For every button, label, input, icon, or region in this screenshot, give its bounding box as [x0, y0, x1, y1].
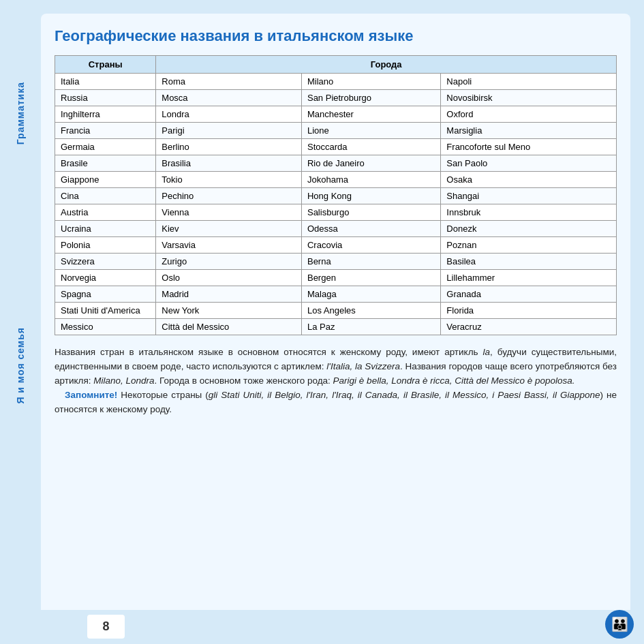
table-cell: Mosca	[156, 90, 302, 106]
table-row: MessicoCittà del MessicoLa PazVeracruz	[55, 319, 617, 335]
page-container: Грамматика Я и моя семья Географические …	[0, 0, 644, 644]
remember-italic: gli Stati Uniti, il Belgio, l'Iran, l'Ir…	[209, 390, 600, 400]
table-cell: Pechino	[156, 188, 302, 204]
table-cell: Messico	[55, 319, 156, 335]
table-cell: Tokio	[156, 172, 302, 188]
table-cell: Stati Uniti d'America	[55, 303, 156, 319]
sidebar-label-family: Я и моя семья	[15, 327, 26, 404]
table-cell: Milano	[301, 74, 440, 90]
remember-bold: Запомните!	[65, 390, 117, 400]
table-row: FranciaParigiLioneMarsiglia	[55, 123, 617, 139]
table-cell: Cracovia	[301, 237, 440, 254]
table-cell: Parigi	[156, 123, 302, 139]
table-row: AustriaViennaSalisburgoInnsbruk	[55, 204, 617, 221]
table-cell: Los Angeles	[301, 303, 440, 319]
table-cell: Shangai	[441, 188, 617, 204]
remember-text-1: Некоторые страны (	[117, 390, 208, 400]
bottom-bar: 8 👪	[41, 610, 644, 644]
header-cities: Города	[156, 56, 617, 74]
note-text-4: . Города в основном тоже женского рода:	[155, 375, 333, 386]
table-cell: Florida	[441, 303, 617, 319]
table-cell: Cina	[55, 188, 156, 204]
table-row: SvizzeraZurigoBernaBasilea	[55, 254, 617, 270]
table-cell: Brasilia	[156, 155, 302, 172]
table-cell: Veracruz	[441, 319, 617, 335]
table-cell: Berlino	[156, 139, 302, 155]
main-content: Географические названия в итальянском яз…	[41, 14, 630, 630]
note-italic-1: la	[483, 347, 491, 357]
page-title: Географические названия в итальянском яз…	[55, 27, 617, 45]
table-cell: Malaga	[301, 286, 440, 303]
table-cell: Rio de Janeiro	[301, 155, 440, 172]
table-cell: Spagna	[55, 286, 156, 303]
table-cell: Londra	[156, 106, 302, 123]
sidebar-label-grammar: Грамматика	[15, 82, 26, 144]
table-cell: Giappone	[55, 172, 156, 188]
table-row: CinaPechinoHong KongShangai	[55, 188, 617, 204]
table-cell: Manchester	[301, 106, 440, 123]
table-cell: Francoforte sul Meno	[441, 139, 617, 155]
people-icon: 👪	[611, 616, 628, 632]
table-row: Stati Uniti d'AmericaNew YorkLos Angeles…	[55, 303, 617, 319]
table-cell: Russia	[55, 90, 156, 106]
table-row: ItaliaRomaMilanoNapoli	[55, 74, 617, 90]
table-cell: Vienna	[156, 204, 302, 221]
table-cell: Napoli	[441, 74, 617, 90]
table-cell: Innsbruk	[441, 204, 617, 221]
table-cell: Italia	[55, 74, 156, 90]
table-row: RussiaMoscaSan PietroburgoNovosibirsk	[55, 90, 617, 106]
table-cell: Germaia	[55, 139, 156, 155]
table-cell: New York	[156, 303, 302, 319]
table-cell: Inghilterra	[55, 106, 156, 123]
table-cell: Kiev	[156, 221, 302, 237]
table-row: BrasileBrasiliaRio de JaneiroSan Paolo	[55, 155, 617, 172]
table-cell: Bergen	[301, 270, 440, 286]
table-cell: Ucraina	[55, 221, 156, 237]
table-cell: Norvegia	[55, 270, 156, 286]
table-cell: Polonia	[55, 237, 156, 254]
table-cell: Oslo	[156, 270, 302, 286]
table-cell: San Pietroburgo	[301, 90, 440, 106]
table-cell: La Paz	[301, 319, 440, 335]
note-italic-2: l'Italia, la Svizzera	[326, 361, 400, 371]
table-cell: San Paolo	[441, 155, 617, 172]
table-cell: Donezk	[441, 221, 617, 237]
table-row: GiapponeTokioJokohamaOsaka	[55, 172, 617, 188]
header-countries: Страны	[55, 56, 156, 74]
table-row: InghilterraLondraManchesterOxford	[55, 106, 617, 123]
table-row: UcrainaKievOdessaDonezk	[55, 221, 617, 237]
table-cell: Lillehammer	[441, 270, 617, 286]
geography-table: Страны Города ItaliaRomaMilanoNapoliRuss…	[55, 55, 617, 335]
table-row: NorvegiaOsloBergenLillehammer	[55, 270, 617, 286]
table-cell: Lione	[301, 123, 440, 139]
table-cell: Poznan	[441, 237, 617, 254]
page-number: 8	[87, 615, 125, 639]
table-cell: Città del Messico	[156, 319, 302, 335]
table-cell: Madrid	[156, 286, 302, 303]
table-cell: Basilea	[441, 254, 617, 270]
table-cell: Varsavia	[156, 237, 302, 254]
table-cell: Oxford	[441, 106, 617, 123]
table-cell: Osaka	[441, 172, 617, 188]
table-cell: Odessa	[301, 221, 440, 237]
sidebar: Грамматика Я и моя семья	[0, 0, 41, 644]
table-cell: Novosibirsk	[441, 90, 617, 106]
table-cell: Salisburgo	[301, 204, 440, 221]
table-cell: Zurigo	[156, 254, 302, 270]
grammar-note: Названия стран в итальянском языке в осн…	[55, 346, 617, 417]
table-cell: Roma	[156, 74, 302, 90]
table-cell: Austria	[55, 204, 156, 221]
table-row: PoloniaVarsaviaCracoviaPoznan	[55, 237, 617, 254]
table-row: GermaiaBerlinoStoccardaFrancoforte sul M…	[55, 139, 617, 155]
note-italic-3: Milano, Londra	[93, 375, 154, 386]
table-cell: Berna	[301, 254, 440, 270]
family-icon-circle: 👪	[605, 610, 634, 639]
table-cell: Svizzera	[55, 254, 156, 270]
table-cell: Granada	[441, 286, 617, 303]
table-cell: Brasile	[55, 155, 156, 172]
table-cell: Jokohama	[301, 172, 440, 188]
note-text-1: Названия стран в итальянском языке в осн…	[55, 347, 483, 357]
note-italic-4: Parigi è bella, Londra è ricca, Città de…	[333, 375, 575, 386]
table-cell: Hong Kong	[301, 188, 440, 204]
table-cell: Marsiglia	[441, 123, 617, 139]
